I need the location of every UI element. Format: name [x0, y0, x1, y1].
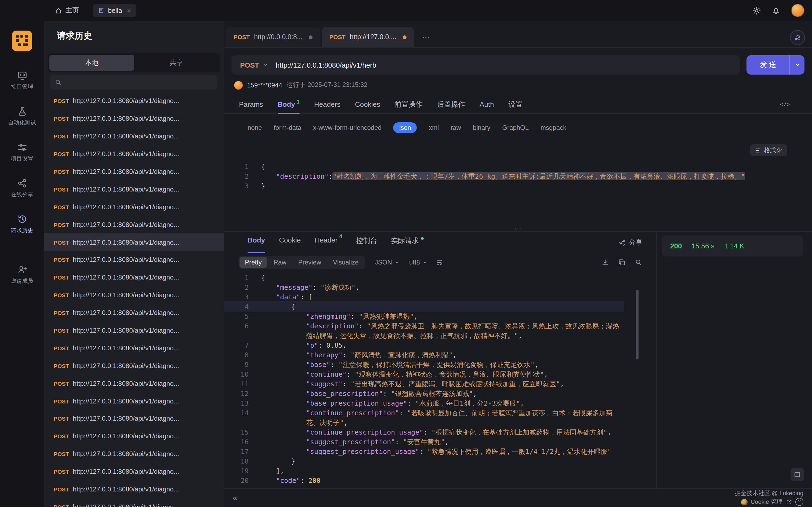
tab-headers[interactable]: Headers: [314, 96, 341, 113]
sidebar-item-label: 接口管理: [11, 83, 33, 91]
history-search-input[interactable]: [65, 78, 213, 87]
history-item[interactable]: POSThttp://127.0.0.1:8080/api/v1/diagno.…: [44, 375, 224, 392]
tab-body[interactable]: Body1: [277, 96, 300, 113]
response-scrollbar[interactable]: [636, 276, 639, 485]
scrollbar-thumb[interactable]: [636, 290, 639, 359]
close-icon[interactable]: ×: [127, 6, 131, 14]
encoding-select[interactable]: utf8: [409, 259, 427, 266]
history-item[interactable]: POSThttp://127.0.0.1:8080/api/v1/diagno.…: [44, 233, 224, 251]
send-label[interactable]: 发 送: [747, 55, 790, 74]
tab-auth[interactable]: Auth: [479, 96, 494, 113]
home-button[interactable]: 主页: [55, 6, 79, 15]
view-visualize[interactable]: Visualize: [327, 257, 364, 268]
send-options-chevron-icon[interactable]: [790, 55, 805, 74]
history-item[interactable]: POSThttp://127.0.0.1:8080/api/v1/diagno.…: [44, 163, 224, 180]
history-item[interactable]: POSThttp://127.0.0.1:8080/api/v1/diagno.…: [44, 180, 224, 198]
help-icon[interactable]: ?: [795, 498, 803, 506]
send-button[interactable]: 发 送: [747, 55, 805, 74]
view-pretty[interactable]: Pretty: [240, 257, 267, 268]
body-type-json[interactable]: json: [393, 122, 417, 133]
format-button[interactable]: 格式化: [750, 144, 787, 156]
history-item[interactable]: POSThttp://127.0.0.1:8080/api/v1/diagno.…: [44, 463, 224, 481]
line-number: 14: [224, 408, 249, 428]
auto-test-icon: [17, 106, 27, 116]
history-item[interactable]: POSThttp://127.0.0.1:8080/api/v1/diagno.…: [44, 128, 224, 146]
history-item[interactable]: POSThttp://127.0.0.1:8080/api/v1/diagno.…: [44, 357, 224, 375]
request-body-editor[interactable]: 格式化 1{2"description":"姓名凯凯，为一雌性金毛犬，：现年7岁…: [224, 135, 812, 226]
history-item[interactable]: POSThttp://127.0.0.1:8080/api/v1/diagno.…: [44, 286, 224, 304]
tab-cookies[interactable]: Cookies: [355, 96, 380, 113]
sync-refresh-icon[interactable]: [790, 30, 805, 45]
body-type-graphql[interactable]: GraphQL: [502, 124, 529, 131]
code-view-icon[interactable]: </>: [780, 101, 791, 108]
body-type-binary[interactable]: binary: [473, 124, 490, 131]
wrap-lines-icon[interactable]: [436, 259, 443, 266]
history-item[interactable]: POSThttp://127.0.0.1:8080/api/v1/diagno.…: [44, 498, 224, 507]
request-url: http://127.0.0.1:8080/api/v1/diagno...: [73, 415, 179, 422]
sidebar-item-invite-member[interactable]: 邀请成员: [11, 265, 33, 285]
layout-toggle-icon[interactable]: [791, 468, 804, 481]
body-type-msgpack[interactable]: msgpack: [541, 124, 566, 131]
history-item[interactable]: POSThttp://127.0.0.1:8080/api/v1/diagno.…: [44, 269, 224, 286]
sidebar-item-request-history[interactable]: 请求历史: [11, 214, 33, 234]
share-button[interactable]: 分享: [619, 238, 642, 247]
method-select[interactable]: POST: [232, 61, 275, 69]
collapse-sidebar-icon[interactable]: «: [233, 493, 237, 503]
history-item[interactable]: POSThttp://127.0.0.1:8080/api/v1/diagno.…: [44, 410, 224, 428]
panel-splitter[interactable]: ⋯: [224, 226, 812, 231]
tab-response-header[interactable]: Header4: [315, 232, 342, 253]
history-search[interactable]: [50, 75, 217, 90]
external-link-icon[interactable]: [786, 499, 792, 505]
copy-icon[interactable]: [618, 259, 626, 266]
history-item[interactable]: POSThttp://127.0.0.1:8080/api/v1/diagno.…: [44, 322, 224, 339]
request-body-code[interactable]: 1{2"description":"姓名凯凯，为一雌性金毛犬，：现年7岁，体重2…: [224, 162, 802, 191]
sidebar-item-auto-test[interactable]: 自动化测试: [8, 106, 36, 127]
bell-icon[interactable]: [772, 6, 780, 15]
line-number: 15: [224, 428, 249, 437]
sidebar-item-project-settings[interactable]: 项目设置: [11, 142, 33, 163]
download-icon[interactable]: [602, 259, 609, 266]
tab-post-ops[interactable]: 后置操作: [437, 96, 465, 113]
sidebar-item-api-manage[interactable]: 接口管理: [11, 70, 33, 91]
url-input[interactable]: [275, 60, 740, 69]
tab-actual-request[interactable]: 实际请求: [391, 232, 424, 253]
tab-response-body[interactable]: Body: [248, 232, 265, 253]
tab-local[interactable]: 本地: [49, 55, 134, 71]
body-type-form-data[interactable]: form-data: [273, 124, 301, 131]
open-tab-bella[interactable]: bella ×: [93, 4, 137, 17]
history-item[interactable]: POSThttp://127.0.0.1:8080/api/v1/diagno.…: [44, 428, 224, 445]
history-item[interactable]: POSThttp://127.0.0.1:8080/api/v1/diagno.…: [44, 339, 224, 357]
body-type-raw[interactable]: raw: [451, 124, 461, 131]
history-item[interactable]: POSThttp://127.0.0.1:8080/api/v1/diagno.…: [44, 216, 224, 233]
request-tab-1[interactable]: POST http://0.0.0.0:8...: [226, 27, 320, 47]
history-item[interactable]: POSThttp://127.0.0.1:8080/api/v1/diagno.…: [44, 92, 224, 110]
body-type-xml[interactable]: xml: [429, 124, 439, 131]
body-type-urlencoded[interactable]: x-www-form-urlencoded: [313, 124, 382, 131]
sidebar-item-online-share[interactable]: 在线分享: [11, 178, 33, 199]
tab-settings[interactable]: 设置: [508, 96, 522, 113]
history-item[interactable]: POSThttp://127.0.0.1:8080/api/v1/diagno.…: [44, 251, 224, 269]
tab-pre-ops[interactable]: 前置操作: [395, 96, 423, 113]
search-response-icon[interactable]: [635, 259, 642, 266]
history-item[interactable]: POSThttp://127.0.0.1:8080/api/v1/diagno.…: [44, 304, 224, 322]
user-avatar[interactable]: [791, 4, 805, 17]
tab-response-cookie[interactable]: Cookie: [279, 232, 301, 253]
request-tab-2[interactable]: POST http://127.0.0....: [322, 27, 414, 47]
gear-icon[interactable]: [752, 6, 761, 15]
history-item[interactable]: POSThttp://127.0.0.1:8080/api/v1/diagno.…: [44, 392, 224, 410]
tab-params[interactable]: Params: [239, 96, 263, 113]
cookie-manage-label[interactable]: Cookie 管理: [751, 498, 782, 505]
view-raw[interactable]: Raw: [268, 257, 292, 268]
app-logo[interactable]: [12, 31, 32, 51]
view-preview[interactable]: Preview: [293, 257, 326, 268]
format-select[interactable]: JSON: [375, 259, 400, 266]
history-item[interactable]: POSThttp://127.0.0.1:8080/api/v1/diagno.…: [44, 198, 224, 216]
history-item[interactable]: POSThttp://127.0.0.1:8080/api/v1/diagno.…: [44, 110, 224, 128]
history-item[interactable]: POSThttp://127.0.0.1:8080/api/v1/diagno.…: [44, 445, 224, 463]
tab-shared[interactable]: 共享: [134, 55, 218, 71]
history-item[interactable]: POSThttp://127.0.0.1:8080/api/v1/diagno.…: [44, 481, 224, 498]
history-item[interactable]: POSThttp://127.0.0.1:8080/api/v1/diagno.…: [44, 145, 224, 163]
tab-console[interactable]: 控制台: [356, 232, 377, 253]
more-tabs-icon[interactable]: ⋯: [416, 27, 436, 47]
body-type-none[interactable]: none: [248, 124, 262, 131]
